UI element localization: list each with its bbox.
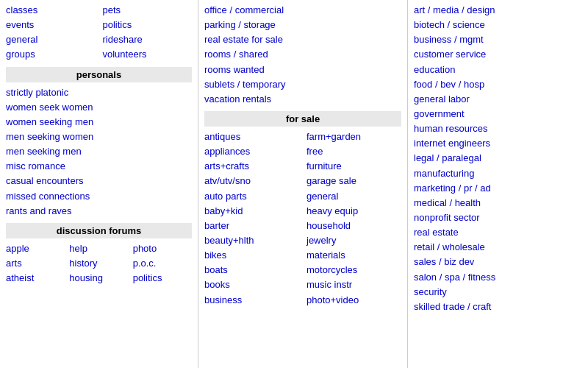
- jobs-link[interactable]: sales / biz dev: [414, 255, 582, 269]
- forsale-item[interactable]: farm+garden: [306, 130, 401, 144]
- jobs-link[interactable]: general labor: [414, 92, 582, 107]
- top-link[interactable]: rideshare: [103, 32, 193, 47]
- housing-link[interactable]: real estate for sale: [204, 32, 401, 47]
- top-link[interactable]: classes: [6, 3, 96, 18]
- right-column: art / media / designbiotech / sciencebus…: [408, 0, 588, 368]
- jobs-link[interactable]: food / bev / hosp: [414, 77, 582, 92]
- jobs-link[interactable]: skilled trade / craft: [414, 300, 582, 314]
- housing-link[interactable]: parking / storage: [204, 18, 401, 32]
- mid-column: office / commercialparking / storagereal…: [198, 0, 408, 368]
- forsale-item[interactable]: furniture: [306, 159, 401, 174]
- personals-item[interactable]: men seeking men: [6, 144, 192, 159]
- jobs-link[interactable]: human resources: [414, 121, 582, 136]
- discussion-item[interactable]: atheist: [6, 271, 65, 286]
- forsale-item[interactable]: beauty+hlth: [204, 233, 299, 248]
- jobs-link[interactable]: salon / spa / fitness: [414, 270, 582, 285]
- forsale-item[interactable]: photo+video: [306, 293, 401, 308]
- top-link[interactable]: general: [6, 32, 96, 47]
- forsale-item[interactable]: garage sale: [306, 174, 401, 188]
- forsale-item[interactable]: barter: [204, 219, 299, 233]
- personals-header: personals: [6, 67, 192, 82]
- jobs-link[interactable]: legal / paralegal: [414, 151, 582, 166]
- forsale-item[interactable]: music instr: [306, 277, 401, 292]
- top-links-col2: petspoliticsridesharevolunteers: [103, 3, 193, 63]
- discussion-item[interactable]: apple: [6, 241, 65, 256]
- jobs-link[interactable]: customer service: [414, 47, 582, 62]
- discussion-item[interactable]: help: [69, 241, 128, 256]
- jobs-link[interactable]: security: [414, 285, 582, 300]
- discussion-header: discussion forums: [6, 223, 192, 238]
- discussion-item[interactable]: p.o.c.: [133, 256, 192, 271]
- personals-item[interactable]: men seeking women: [6, 130, 192, 144]
- top-links-section: classeseventsgeneralgroups petspoliticsr…: [6, 3, 192, 63]
- forsale-item[interactable]: atv/utv/sno: [204, 174, 299, 188]
- forsale-item[interactable]: baby+kid: [204, 204, 299, 219]
- housing-link[interactable]: rooms / shared: [204, 47, 401, 62]
- forsale-item[interactable]: motorcycles: [306, 263, 401, 277]
- forsale-item[interactable]: materials: [306, 248, 401, 263]
- jobs-link[interactable]: marketing / pr / ad: [414, 181, 582, 196]
- forsale-item[interactable]: bikes: [204, 248, 299, 263]
- jobs-link[interactable]: medical / health: [414, 196, 582, 210]
- personals-item[interactable]: strictly platonic: [6, 85, 192, 100]
- personals-item[interactable]: missed connections: [6, 189, 192, 204]
- housing-link[interactable]: office / commercial: [204, 3, 401, 18]
- main-container: classeseventsgeneralgroups petspoliticsr…: [0, 0, 588, 368]
- forsale-item[interactable]: books: [204, 277, 299, 292]
- forsale-item[interactable]: boats: [204, 263, 299, 277]
- jobs-link[interactable]: nonprofit sector: [414, 210, 582, 225]
- jobs-link[interactable]: retail / wholesale: [414, 240, 582, 255]
- forsale-item[interactable]: jewelry: [306, 233, 401, 248]
- housing-link[interactable]: sublets / temporary: [204, 77, 401, 92]
- forsale-item[interactable]: general: [306, 189, 401, 204]
- personals-item[interactable]: misc romance: [6, 159, 192, 174]
- top-link[interactable]: pets: [103, 3, 193, 18]
- top-link[interactable]: events: [6, 18, 96, 32]
- forsale-item[interactable]: business: [204, 293, 299, 308]
- housing-link[interactable]: rooms wanted: [204, 63, 401, 77]
- jobs-link[interactable]: art / media / design: [414, 3, 582, 18]
- left-column: classeseventsgeneralgroups petspoliticsr…: [0, 0, 198, 368]
- personals-item[interactable]: women seek women: [6, 100, 192, 115]
- top-link[interactable]: groups: [6, 47, 96, 62]
- top-link[interactable]: volunteers: [103, 47, 193, 62]
- jobs-link[interactable]: government: [414, 107, 582, 121]
- forsale-item[interactable]: free: [306, 144, 401, 159]
- jobs-link[interactable]: real estate: [414, 225, 582, 240]
- personals-list: strictly platonicwomen seek womenwomen s…: [6, 85, 192, 219]
- forsale-item[interactable]: heavy equip: [306, 204, 401, 219]
- top-links-col1: classeseventsgeneralgroups: [6, 3, 96, 63]
- personals-item[interactable]: casual encounters: [6, 174, 192, 188]
- forsale-item[interactable]: appliances: [204, 144, 299, 159]
- forsale-list: antiquesappliancesarts+craftsatv/utv/sno…: [204, 130, 401, 308]
- jobs-link[interactable]: business / mgmt: [414, 32, 582, 47]
- forsale-header: for sale: [204, 111, 401, 127]
- jobs-link[interactable]: biotech / science: [414, 18, 582, 32]
- forsale-item[interactable]: household: [306, 219, 401, 233]
- forsale-item[interactable]: arts+crafts: [204, 159, 299, 174]
- personals-item[interactable]: rants and raves: [6, 204, 192, 219]
- forsale-item[interactable]: antiques: [204, 130, 299, 144]
- discussion-item[interactable]: politics: [133, 271, 192, 286]
- top-link[interactable]: politics: [103, 18, 193, 32]
- discussion-list: appleartsatheist helphistoryhousing phot…: [6, 241, 192, 286]
- mid-top-links: office / commercialparking / storagereal…: [204, 3, 401, 107]
- discussion-item[interactable]: history: [69, 256, 128, 271]
- right-top-links: art / media / designbiotech / sciencebus…: [414, 3, 582, 314]
- discussion-item[interactable]: housing: [69, 271, 128, 286]
- personals-item[interactable]: women seeking men: [6, 115, 192, 130]
- discussion-item[interactable]: arts: [6, 256, 65, 271]
- forsale-item[interactable]: auto parts: [204, 189, 299, 204]
- jobs-link[interactable]: manufacturing: [414, 166, 582, 181]
- jobs-link[interactable]: education: [414, 63, 582, 77]
- jobs-link[interactable]: internet engineers: [414, 136, 582, 151]
- discussion-item[interactable]: photo: [133, 241, 192, 256]
- housing-link[interactable]: vacation rentals: [204, 92, 401, 107]
